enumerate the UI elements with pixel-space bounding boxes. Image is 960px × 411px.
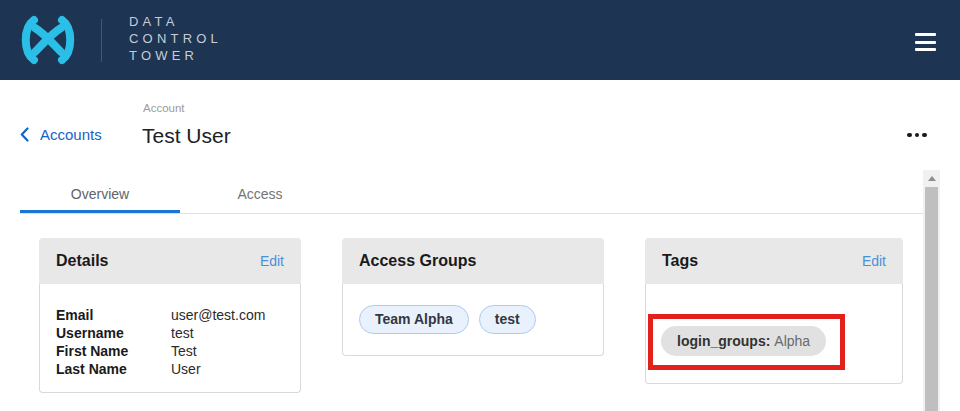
scrollbar-track[interactable]: [923, 170, 940, 411]
tags-card-body: login_groups:Alpha: [645, 284, 903, 384]
detail-row-email: Email user@test.com: [56, 306, 284, 324]
tab-access[interactable]: Access: [180, 178, 340, 213]
page-context-label: Account: [143, 102, 185, 114]
logo-divider: [101, 19, 102, 62]
field-value: user@test.com: [171, 306, 265, 324]
delphix-logo-icon: [14, 13, 82, 71]
access-groups-card-body: Team Alpha test: [342, 284, 604, 356]
details-card-body: Email user@test.com Username test First …: [39, 284, 301, 393]
triangle-up-icon: [928, 176, 936, 181]
top-navbar: DATA CONTROL TOWER: [0, 0, 960, 80]
tags-edit-button[interactable]: Edit: [862, 253, 886, 269]
tag-chip: login_groups:Alpha: [661, 326, 826, 356]
hamburger-bar: [915, 41, 936, 44]
field-value: User: [171, 360, 201, 378]
chevron-left-icon: [20, 127, 29, 142]
scrollbar-thumb[interactable]: [925, 187, 938, 411]
tab-overview[interactable]: Overview: [20, 178, 180, 213]
details-card-header: Details Edit: [39, 238, 301, 284]
detail-row-first-name: First Name Test: [56, 342, 284, 360]
product-name-line1: DATA: [129, 13, 222, 30]
field-label: Username: [56, 324, 171, 342]
app-window: DATA CONTROL TOWER Accounts Account Test…: [0, 0, 960, 411]
access-groups-card-header: Access Groups: [342, 238, 604, 284]
detail-row-last-name: Last Name User: [56, 360, 284, 378]
tag-value: Alpha: [774, 333, 810, 349]
breadcrumb-label: Accounts: [40, 126, 102, 143]
detail-row-username: Username test: [56, 324, 284, 342]
field-value: Test: [171, 342, 197, 360]
kebab-dot: [907, 133, 912, 138]
field-label: First Name: [56, 342, 171, 360]
access-group-chip[interactable]: test: [479, 305, 536, 334]
access-group-chip[interactable]: Team Alpha: [359, 305, 469, 334]
details-card: Details Edit Email user@test.com Usernam…: [39, 238, 301, 393]
details-card-title: Details: [56, 252, 108, 270]
access-groups-card-title: Access Groups: [359, 252, 476, 270]
hamburger-menu-icon[interactable]: [915, 33, 936, 51]
access-groups-card: Access Groups Team Alpha test: [342, 238, 604, 356]
tab-bar: Overview Access: [20, 178, 923, 214]
field-label: Email: [56, 306, 171, 324]
tags-card-header: Tags Edit: [645, 238, 903, 284]
kebab-dot: [915, 133, 920, 138]
field-label: Last Name: [56, 360, 171, 378]
field-value: test: [171, 324, 194, 342]
kebab-dot: [922, 133, 927, 138]
breadcrumb-back-link[interactable]: Accounts: [20, 126, 102, 143]
tags-card: Tags Edit login_groups:Alpha: [645, 238, 903, 384]
hamburger-bar: [915, 48, 936, 51]
tag-key: login_groups:: [677, 333, 770, 349]
product-name-line2: CONTROL: [129, 30, 222, 47]
page-title: Test User: [142, 124, 231, 148]
product-name: DATA CONTROL TOWER: [129, 13, 222, 64]
scrollbar-up-button[interactable]: [923, 170, 940, 187]
product-name-line3: TOWER: [129, 47, 222, 64]
more-options-icon[interactable]: [907, 130, 933, 140]
details-edit-button[interactable]: Edit: [260, 253, 284, 269]
tags-card-title: Tags: [662, 252, 698, 270]
hamburger-bar: [915, 33, 936, 36]
